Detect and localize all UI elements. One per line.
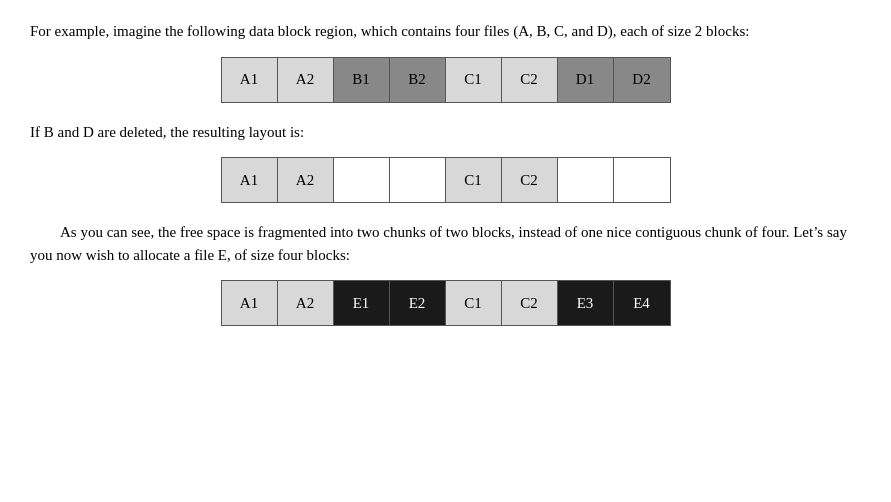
- cell-c2: C2: [502, 58, 558, 102]
- cell-e4: E4: [614, 281, 670, 325]
- after-delete-paragraph: If B and D are deleted, the resulting la…: [30, 121, 861, 144]
- cell-c1: C1: [446, 58, 502, 102]
- cell-d2: D2: [614, 58, 670, 102]
- diagram-after-delete: A1 A2 C1 C2: [30, 157, 861, 203]
- diagram-original-blocks: A1 A2 B1 B2 C1 C2 D1 D2: [221, 57, 671, 103]
- intro-paragraph: For example, imagine the following data …: [30, 20, 861, 43]
- cell-b1: B1: [334, 58, 390, 102]
- cell-e2: E2: [390, 281, 446, 325]
- cell-b2: B2: [390, 58, 446, 102]
- cell-a2-2: A2: [278, 158, 334, 202]
- diagram-with-e-blocks: A1 A2 E1 E2 C1 C2 E3 E4: [221, 280, 671, 326]
- cell-c2-2: C2: [502, 158, 558, 202]
- cell-a1: A1: [222, 58, 278, 102]
- cell-a1-3: A1: [222, 281, 278, 325]
- cell-empty4: [614, 158, 670, 202]
- cell-c2-3: C2: [502, 281, 558, 325]
- cell-empty1: [334, 158, 390, 202]
- diagram-with-e: A1 A2 E1 E2 C1 C2 E3 E4: [30, 280, 861, 326]
- cell-a2-3: A2: [278, 281, 334, 325]
- cell-a2: A2: [278, 58, 334, 102]
- cell-c1-2: C1: [446, 158, 502, 202]
- cell-empty2: [390, 158, 446, 202]
- diagram-original: A1 A2 B1 B2 C1 C2 D1 D2: [30, 57, 861, 103]
- cell-e3: E3: [558, 281, 614, 325]
- cell-a1-2: A1: [222, 158, 278, 202]
- cell-d1: D1: [558, 58, 614, 102]
- cell-empty3: [558, 158, 614, 202]
- cell-c1-3: C1: [446, 281, 502, 325]
- cell-e1: E1: [334, 281, 390, 325]
- diagram-after-delete-blocks: A1 A2 C1 C2: [221, 157, 671, 203]
- fragmentation-paragraph: As you can see, the free space is fragme…: [30, 221, 861, 266]
